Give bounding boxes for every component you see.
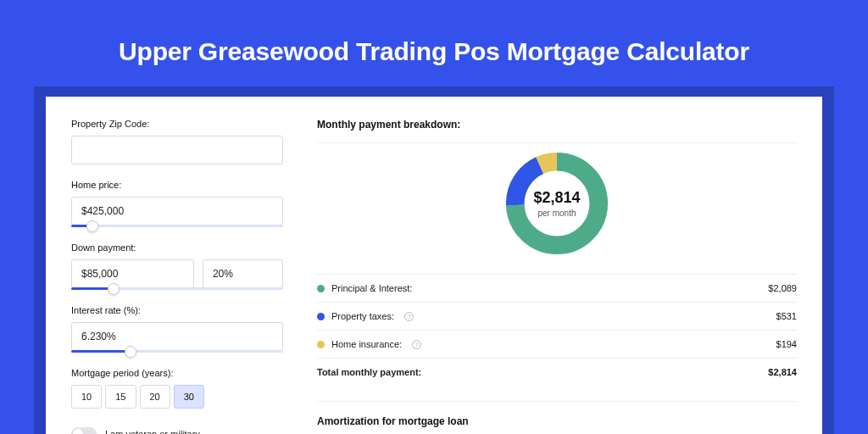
amortization-title: Amortization for mortgage loan [317, 401, 797, 427]
zip-label: Property Zip Code: [71, 119, 283, 129]
home-price-group: Home price: [71, 180, 283, 227]
legend-row-total: Total monthly payment: $2,814 [317, 358, 797, 386]
legend-label: Home insurance: [331, 339, 402, 349]
breakdown-title: Monthly payment breakdown: [317, 119, 797, 142]
interest-rate-group: Interest rate (%): [71, 305, 283, 353]
period-option-10[interactable]: 10 [71, 385, 102, 409]
dot-icon [317, 285, 325, 292]
zip-group: Property Zip Code: [71, 119, 283, 164]
down-payment-percent-input[interactable] [203, 259, 283, 288]
page-title: Upper Greasewood Trading Pos Mortgage Ca… [0, 0, 868, 86]
slider-thumb[interactable] [108, 283, 120, 295]
form-column: Property Zip Code: Home price: Down paym… [71, 119, 283, 434]
legend-value: $2,089 [768, 283, 797, 293]
donut-chart-wrap: $2,814 per month [317, 148, 797, 259]
breakdown-column: Monthly payment breakdown: $2,814 per mo… [317, 119, 797, 434]
period-group: Mortgage period (years): 10 15 20 30 [71, 368, 283, 409]
info-icon[interactable]: ? [412, 340, 421, 349]
period-label: Mortgage period (years): [71, 368, 283, 378]
dot-icon [317, 313, 325, 320]
legend-label: Principal & Interest: [331, 283, 412, 293]
period-option-15[interactable]: 15 [105, 385, 136, 409]
zip-input[interactable] [71, 136, 283, 164]
dot-icon [317, 341, 325, 348]
veteran-row: I am veteran or military [71, 427, 283, 434]
down-payment-group: Down payment: [71, 242, 283, 290]
calculator-card: Property Zip Code: Home price: Down paym… [46, 97, 822, 434]
donut-sub: per month [537, 209, 576, 218]
legend-value: $2,814 [768, 367, 797, 377]
donut-amount: $2,814 [533, 189, 580, 207]
down-payment-slider[interactable] [71, 287, 283, 290]
veteran-label: I am veteran or military [105, 429, 200, 434]
legend-label: Total monthly payment: [317, 367, 421, 377]
donut-chart: $2,814 per month [502, 148, 612, 259]
interest-rate-input[interactable] [71, 322, 283, 351]
home-price-slider[interactable] [71, 225, 283, 227]
veteran-toggle[interactable] [71, 427, 97, 434]
period-option-30[interactable]: 30 [174, 385, 204, 409]
card-shadow: Property Zip Code: Home price: Down paym… [34, 86, 834, 434]
slider-thumb[interactable] [86, 220, 98, 232]
slider-thumb[interactable] [125, 346, 136, 358]
legend-row-taxes: Property taxes: ? $531 [317, 302, 797, 330]
home-price-input[interactable] [71, 197, 283, 225]
home-price-label: Home price: [71, 180, 283, 190]
interest-rate-slider[interactable] [71, 350, 283, 353]
interest-rate-label: Interest rate (%): [71, 305, 283, 315]
legend-row-principal: Principal & Interest: $2,089 [317, 274, 797, 302]
legend-label: Property taxes: [331, 311, 394, 321]
legend-value: $531 [776, 311, 797, 321]
legend-row-insurance: Home insurance: ? $194 [317, 330, 797, 358]
down-payment-amount-input[interactable] [71, 259, 194, 288]
legend-value: $194 [776, 339, 797, 349]
info-icon[interactable]: ? [404, 312, 414, 321]
period-option-20[interactable]: 20 [140, 385, 170, 409]
down-payment-label: Down payment: [71, 242, 283, 253]
